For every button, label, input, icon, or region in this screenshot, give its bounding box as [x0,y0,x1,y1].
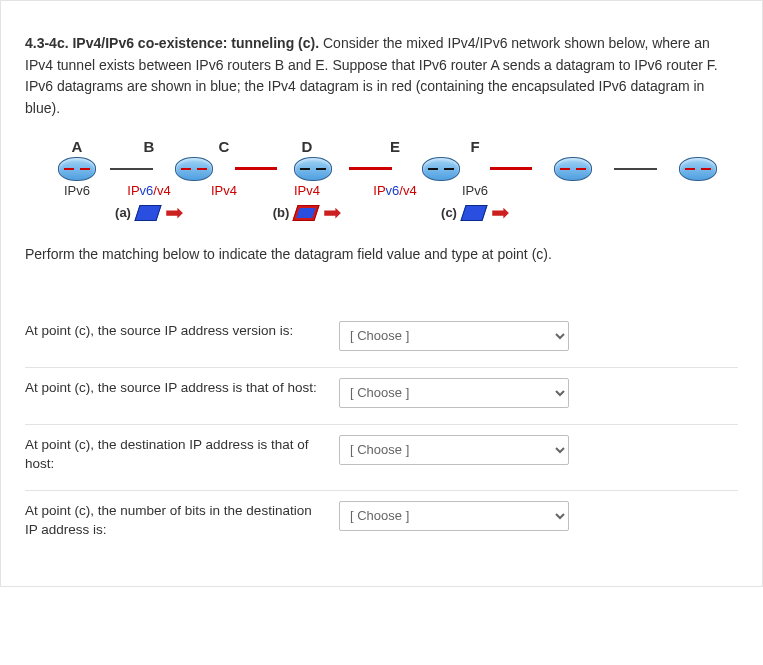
node-label-B: B [109,138,189,155]
question-text: At point (c), the destination IP address… [25,435,325,474]
router-icon [175,157,213,181]
router-icon [679,157,717,181]
answer-select-q1[interactable]: [ Choose ] [339,321,569,351]
node-type-A: IPv6 [45,183,109,198]
node-type-B: IPv6/v4 [109,183,189,198]
packet-b: (b) ➡ [273,202,342,224]
answer-select-q3[interactable]: [ Choose ] [339,435,569,465]
node-label-A: A [45,138,109,155]
router-icon [554,157,592,181]
answer-select-q2[interactable]: [ Choose ] [339,378,569,408]
intro-paragraph: 4.3-4c. IPv4/IPv6 co-existence: tunnelin… [25,33,738,120]
question-text: At point (c), the number of bits in the … [25,501,325,540]
prompt-text: Perform the matching below to indicate t… [25,244,738,265]
arrow-icon: ➡ [323,202,341,224]
tag-b: (b) [273,205,290,220]
node-label-D: D [259,138,355,155]
tag-a: (a) [115,205,131,220]
packet-icon [460,205,487,221]
question-row: At point (c), the destination IP address… [25,425,738,474]
node-type-D: IPv4 [259,183,355,198]
link-segment [235,167,278,170]
tag-c: (c) [441,205,457,220]
question-text: At point (c), the source IP address vers… [25,321,325,341]
question-card: 4.3-4c. IPv4/IPv6 co-existence: tunnelin… [0,0,763,587]
node-type-C: IPv4 [189,183,259,198]
network-diagram: A B C D E F IPv6 IPv6/v4 IPv4 [25,138,738,224]
arrow-icon: ➡ [491,202,509,224]
packet-icon [134,205,161,221]
link-segment [349,167,392,170]
node-type-F: IPv6 [435,183,515,198]
node-label-C: C [189,138,259,155]
packet-a: (a) ➡ [115,202,183,224]
packet-c: (c) ➡ [441,202,509,224]
answer-select-q4[interactable]: [ Choose ] [339,501,569,531]
node-label-F: F [435,138,515,155]
node-label-E: E [355,138,435,155]
node-type-E: IPv6/v4 [355,183,435,198]
router-icon [58,157,96,181]
link-segment [490,167,533,170]
link-segment [110,168,153,170]
question-row: At point (c), the source IP address vers… [25,311,738,351]
arrow-icon: ➡ [165,202,183,224]
question-row: At point (c), the number of bits in the … [25,491,738,540]
router-icon [422,157,460,181]
question-row: At point (c), the source IP address is t… [25,368,738,408]
router-icon [294,157,332,181]
packet-icon [293,205,320,221]
question-title: 4.3-4c. IPv4/IPv6 co-existence: tunnelin… [25,35,319,51]
question-text: At point (c), the source IP address is t… [25,378,325,398]
link-segment [614,168,657,170]
